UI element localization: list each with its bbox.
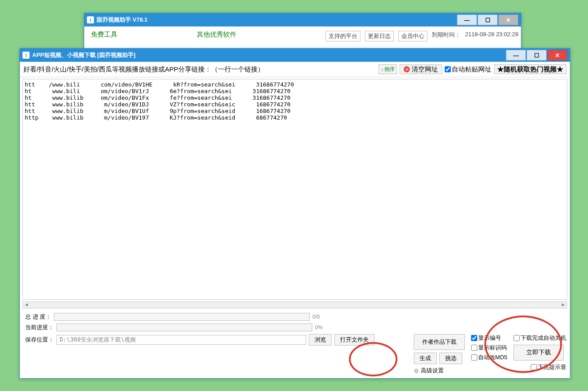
background-window: i 固乔视频助手 V78.1 — ☐ ✕ 免费工具 其他优秀软件 支持的平台 更…: [84, 13, 521, 48]
open-folder-button[interactable]: 打开文件夹: [334, 334, 375, 346]
current-progress-bar: [56, 323, 312, 331]
url-textarea[interactable]: [23, 79, 567, 299]
toolbar: 好看/抖音/火山/快手/美拍/西瓜等视频播放链接或APP分享链接：（一行一个链接…: [20, 62, 570, 77]
browse-button[interactable]: 浏览: [309, 334, 332, 346]
clear-icon: ✕: [404, 66, 410, 72]
total-progress-bar: [54, 313, 310, 321]
advanced-settings[interactable]: ⚙ 高级设置: [414, 367, 465, 375]
expire-label: 到期时间：: [432, 31, 461, 41]
bg-right-info: 支持的平台 更新日志 会员中心 到期时间： 2118-08-28 23:02:2…: [326, 31, 518, 41]
url-textarea-wrap: [22, 79, 567, 300]
clear-url-button[interactable]: ✕ 清空网址: [400, 64, 442, 74]
main-title: APP短视频、小视频下载 [固乔视频助手]: [32, 51, 135, 59]
show-idcode-checkbox[interactable]: 显示标识码: [471, 344, 507, 352]
auto-md5-input[interactable]: [471, 354, 477, 361]
expire-value: 2118-08-28 23:02:29: [465, 31, 518, 41]
done-sound-label: 下完提示音: [538, 363, 566, 371]
other-software-link[interactable]: 其他优秀软件: [197, 30, 236, 39]
show-idcode-label: 显示标识码: [478, 344, 507, 352]
gear-icon: ⚙: [414, 368, 419, 374]
close-button[interactable]: ✕: [547, 50, 567, 60]
minimize-button[interactable]: —: [506, 50, 526, 60]
updatelog-btn[interactable]: 更新日志: [365, 31, 394, 41]
scroll-left-icon[interactable]: ◄: [23, 302, 30, 308]
generate-button[interactable]: 生成: [414, 353, 437, 364]
clear-url-label: 清空网址: [412, 65, 438, 74]
current-progress-label: 当前进度：: [25, 323, 54, 331]
show-idcode-input[interactable]: [471, 345, 477, 351]
free-tools-link[interactable]: 免费工具: [91, 30, 117, 39]
auto-md5-label: 自动改MD5: [478, 353, 507, 361]
right-controls: 作者作品下载 生成 挑选 ⚙ 高级设置 显示编号 显示标识码 自动改MD5 下载…: [414, 334, 566, 375]
main-window: i APP短视频、小视频下载 [固乔视频助手] — ☐ ✕ 好看/抖音/火山/快…: [19, 48, 570, 379]
done-sound-checkbox[interactable]: 下完提示音: [531, 363, 566, 371]
total-progress-text: 0/0: [312, 314, 320, 320]
auto-shutdown-input[interactable]: [513, 335, 520, 341]
platform-btn[interactable]: 支持的平台: [326, 31, 360, 41]
done-sound-input[interactable]: [531, 364, 537, 370]
advanced-label: 高级设置: [421, 367, 444, 375]
minimize-button[interactable]: —: [457, 15, 477, 25]
download-now-button[interactable]: 立即下载: [513, 345, 564, 361]
h-scrollbar[interactable]: ◄ ►: [22, 301, 567, 308]
show-index-checkbox[interactable]: 显示编号: [471, 334, 507, 342]
arrow-down-icon: ↓: [381, 66, 383, 72]
app-icon: i: [22, 52, 30, 59]
auto-paste-label: 自动粘贴网址: [452, 65, 491, 74]
scroll-right-icon[interactable]: ►: [560, 302, 567, 308]
random-hot-button[interactable]: ★随机获取热门视频★: [494, 64, 566, 74]
auto-paste-input[interactable]: [445, 66, 451, 72]
save-location-label: 保存位置：: [25, 336, 54, 344]
current-progress-text: 0%: [315, 324, 322, 331]
author-download-button[interactable]: 作者作品下载: [414, 334, 465, 350]
bg-title: 固乔视频助手 V78.1: [97, 16, 148, 24]
bg-titlebar[interactable]: i 固乔视频助手 V78.1 — ☐ ✕: [84, 13, 521, 26]
reverse-button[interactable]: ↓ 倒序: [378, 64, 397, 74]
show-index-label: 显示编号: [478, 334, 501, 342]
instruction-text: 好看/抖音/火山/快手/美拍/西瓜等视频播放链接或APP分享链接：（一行一个链接…: [23, 65, 264, 74]
save-path-input[interactable]: [56, 335, 306, 345]
auto-shutdown-checkbox[interactable]: 下载完成自动关机: [513, 334, 566, 342]
auto-shutdown-label: 下载完成自动关机: [521, 334, 566, 342]
auto-paste-checkbox[interactable]: 自动粘贴网址: [445, 65, 491, 74]
auto-md5-checkbox[interactable]: 自动改MD5: [471, 353, 507, 361]
close-button[interactable]: ✕: [498, 15, 518, 25]
maximize-button[interactable]: ☐: [527, 50, 547, 60]
pick-button[interactable]: 挑选: [439, 353, 462, 364]
app-icon: i: [87, 16, 94, 23]
total-progress-label: 总 进 度：: [25, 313, 51, 321]
maximize-button[interactable]: ☐: [478, 15, 498, 25]
show-index-input[interactable]: [471, 335, 477, 341]
member-btn[interactable]: 会员中心: [398, 31, 427, 41]
reverse-label: 倒序: [384, 66, 395, 73]
main-titlebar[interactable]: i APP短视频、小视频下载 [固乔视频助手] — ☐ ✕: [20, 49, 570, 62]
